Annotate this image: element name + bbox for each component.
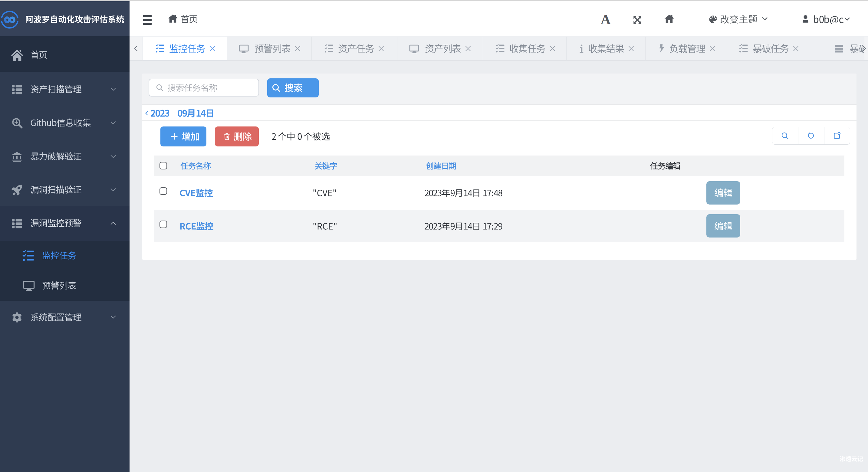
- svg-text:∞: ∞: [4, 10, 16, 28]
